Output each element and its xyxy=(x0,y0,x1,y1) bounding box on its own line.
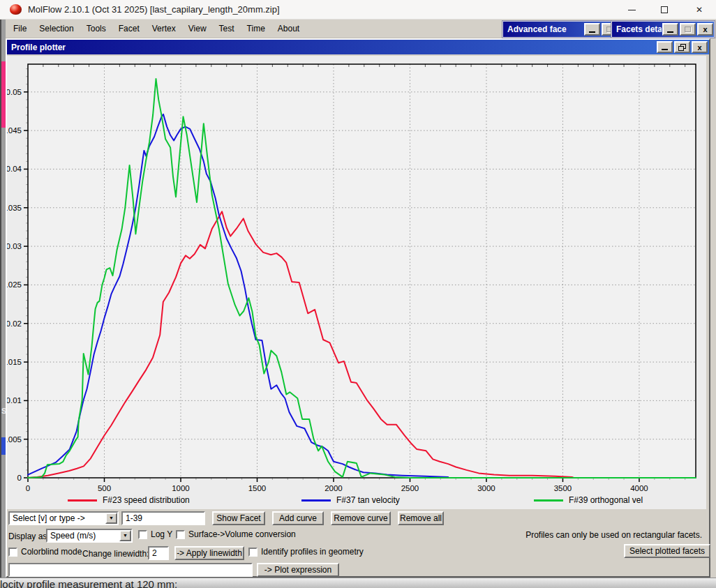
maximize-icon xyxy=(661,6,668,13)
profile-plotter-titlebar[interactable]: Profile plotter x xyxy=(7,40,709,54)
window-title: MolFlow 2.10.1 (Oct 31 2025) [last_capil… xyxy=(28,4,280,15)
plotter-restore-button[interactable] xyxy=(674,41,690,53)
facet-select-combo-value: Select [v] or type -> xyxy=(13,513,85,523)
minimize-icon xyxy=(667,31,673,33)
chart-widget: 0500100015002000250030003500400000.0050.… xyxy=(7,56,706,509)
svg-text:0.035: 0.035 xyxy=(7,204,22,212)
apply-linewidth-button[interactable]: -> Apply linewidth xyxy=(174,546,244,560)
svg-text:3500: 3500 xyxy=(554,484,572,492)
facets-details-minimize-button[interactable] xyxy=(662,23,678,36)
legend-swatch-red xyxy=(68,499,97,502)
chevron-down-icon[interactable]: ▼ xyxy=(119,530,131,541)
checkbox-box[interactable] xyxy=(248,548,258,557)
svg-text:0.03: 0.03 xyxy=(7,242,22,250)
close-icon: x xyxy=(697,43,701,52)
svg-text:0.02: 0.02 xyxy=(7,319,22,328)
menu-view[interactable]: View xyxy=(182,22,213,36)
checkbox-label: Colorblind mode xyxy=(21,547,82,557)
surface-volume-checkbox[interactable]: Surface->Volume conversion xyxy=(176,529,296,539)
display-as-label: Display as: xyxy=(8,532,50,541)
svg-text:0: 0 xyxy=(26,484,30,492)
maximize-icon xyxy=(685,27,691,32)
log-y-checkbox[interactable]: Log Y xyxy=(138,529,172,539)
add-curve-button[interactable]: Add curve xyxy=(272,511,324,525)
minimize-icon xyxy=(589,31,595,33)
profile-plotter-title: Profile plotter xyxy=(7,43,656,52)
status-text: locity profile measurement at 120 mm: xyxy=(0,578,177,588)
facets-details-panel-titlebar[interactable]: Facets deta x xyxy=(611,21,715,38)
facets-details-maximize-button[interactable] xyxy=(680,23,696,36)
status-bar: locity profile measurement at 120 mm: xyxy=(0,578,716,588)
svg-text:0.025: 0.025 xyxy=(7,280,22,289)
svg-text:2000: 2000 xyxy=(325,484,343,492)
menu-test[interactable]: Test xyxy=(213,22,241,36)
facets-details-close-button[interactable]: x xyxy=(697,23,713,36)
facet-select-combo[interactable]: Select [v] or type -> ▼ xyxy=(8,511,119,525)
close-button[interactable]: ✕ xyxy=(687,0,711,20)
expression-input[interactable] xyxy=(8,563,253,577)
svg-text:2500: 2500 xyxy=(401,484,419,492)
profiles-note: Profiles can only be used on rectangular… xyxy=(525,530,702,540)
minimize-button[interactable] xyxy=(620,0,643,20)
select-plotted-facets-button[interactable]: Select plotted facets xyxy=(624,544,710,558)
plot-expression-button[interactable]: -> Plot expression xyxy=(257,563,339,577)
menu-vertex[interactable]: Vertex xyxy=(146,22,182,36)
svg-text:0.045: 0.045 xyxy=(7,126,22,135)
identify-profiles-checkbox[interactable]: Identify profiles in geometry xyxy=(248,547,364,557)
maximize-button[interactable] xyxy=(652,0,676,20)
menu-time[interactable]: Time xyxy=(241,22,271,36)
show-facet-button[interactable]: Show Facet xyxy=(212,511,265,525)
advanced-facet-minimize-button[interactable] xyxy=(584,23,600,36)
checkbox-label: Log Y xyxy=(151,529,172,539)
minimize-icon xyxy=(628,10,636,10)
molflow-logo-icon xyxy=(10,4,22,15)
close-icon: ✕ xyxy=(696,6,703,14)
checkbox-box[interactable] xyxy=(138,530,147,539)
legend-label: F#39 orthogonal vel xyxy=(569,495,643,505)
svg-text:3000: 3000 xyxy=(477,484,495,492)
svg-text:1000: 1000 xyxy=(172,484,190,492)
menu-file[interactable]: File xyxy=(7,22,33,36)
colorblind-checkbox[interactable]: Colorblind mode xyxy=(8,547,82,557)
facet-range-input[interactable]: 1-39 xyxy=(121,511,205,525)
profile-chart: 0500100015002000250030003500400000.0050.… xyxy=(7,56,706,509)
plotter-close-button[interactable]: x xyxy=(692,41,708,53)
checkbox-label: Identify profiles in geometry xyxy=(261,547,364,557)
profile-plotter-window: Profile plotter x 0500100015002000250030… xyxy=(6,38,710,578)
minimize-icon xyxy=(662,49,668,50)
molflow-app: { "window": { "title": "MolFlow 2.10.1 (… xyxy=(0,0,716,588)
legend-label: F#37 tan velocity xyxy=(336,495,400,505)
menu-selection[interactable]: Selection xyxy=(33,22,80,36)
svg-text:0.05: 0.05 xyxy=(7,88,22,96)
linewidth-input[interactable]: 2 xyxy=(148,546,169,560)
legend-swatch-blue xyxy=(301,499,331,502)
svg-text:0.04: 0.04 xyxy=(7,165,22,173)
display-as-combo[interactable]: Speed (m/s) ▼ xyxy=(46,529,133,543)
svg-text:1500: 1500 xyxy=(248,484,267,492)
checkbox-box[interactable] xyxy=(8,548,17,557)
menu-facet[interactable]: Facet xyxy=(112,22,146,36)
legend-swatch-green xyxy=(534,499,563,502)
chevron-down-icon[interactable]: ▼ xyxy=(105,513,117,524)
advanced-facet-panel-title: Advanced face xyxy=(503,22,583,37)
linewidth-label: Change linewidth: xyxy=(82,549,149,559)
background-window-sliver: S xyxy=(0,20,6,578)
restore-icon xyxy=(678,44,686,51)
plotter-minimize-button[interactable] xyxy=(657,41,673,53)
menu-about[interactable]: About xyxy=(271,22,306,36)
legend-entry: F#23 speed distribution xyxy=(68,494,190,506)
svg-text:0.005: 0.005 xyxy=(7,435,22,444)
svg-text:500: 500 xyxy=(98,484,111,492)
checkbox-box[interactable] xyxy=(176,530,185,539)
svg-text:0.01: 0.01 xyxy=(7,396,22,405)
checkbox-label: Surface->Volume conversion xyxy=(188,529,296,539)
main-titlebar: MolFlow 2.10.1 (Oct 31 2025) [last_capil… xyxy=(0,0,716,20)
close-icon: x xyxy=(703,25,707,33)
svg-text:0.015: 0.015 xyxy=(7,358,22,366)
remove-curve-button[interactable]: Remove curve xyxy=(331,511,391,525)
legend-entry: F#37 tan velocity xyxy=(301,494,400,506)
remove-all-button[interactable]: Remove all xyxy=(398,511,444,525)
legend-entry: F#39 orthogonal vel xyxy=(534,494,643,506)
menu-tools[interactable]: Tools xyxy=(80,22,112,36)
svg-text:4000: 4000 xyxy=(630,484,648,492)
